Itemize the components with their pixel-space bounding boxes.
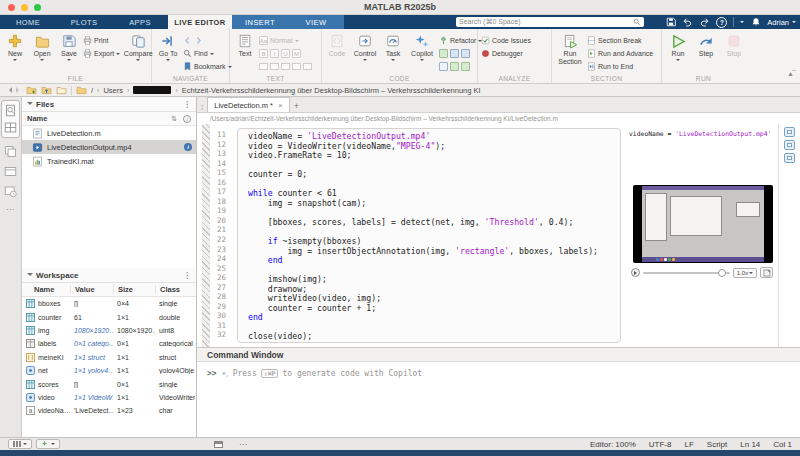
new-tab-icon[interactable]: + [294, 101, 299, 112]
monospace-button[interactable]: M [292, 49, 301, 58]
layout-grid-icon[interactable] [4, 121, 17, 134]
file-row[interactable]: TrainedKI.mat [22, 154, 196, 168]
window-dock-icon[interactable] [214, 441, 223, 448]
italic-button[interactable]: I [270, 49, 279, 58]
workspace-row[interactable]: bboxes[]0×4single [22, 297, 196, 310]
breadcrumb-segment[interactable]: / [91, 86, 93, 95]
debugger-button[interactable]: Debugger [481, 47, 531, 60]
save-button[interactable]: Save [57, 32, 81, 63]
editor-panel-toggle-icon[interactable]: ⁞ [201, 103, 203, 112]
numbered-list-button[interactable] [270, 63, 279, 70]
print-button[interactable]: Print [83, 34, 120, 47]
workspace-row[interactable]: counter611×1double [22, 310, 196, 323]
smart-indent-button[interactable] [439, 62, 448, 71]
seek-handle[interactable] [718, 269, 726, 277]
align-left-button[interactable] [281, 63, 290, 70]
new-button[interactable]: New [3, 32, 27, 63]
code-line[interactable]: end [248, 256, 620, 266]
code-issues-button[interactable]: Code Issues [481, 34, 531, 47]
files-menu-icon[interactable]: ⋮ [183, 100, 191, 109]
breadcrumb-segment[interactable]: Echtzeit-Verkehrsschilderkennung über De… [182, 86, 481, 95]
copilot-button[interactable]: Copilot [407, 32, 437, 63]
workspace-row[interactable]: labels0×1 catego…0×1categorical [22, 337, 196, 350]
collapse-workspace-icon[interactable] [27, 273, 33, 279]
text-button[interactable]: Text [233, 32, 257, 57]
bullet-list-button[interactable] [259, 63, 268, 70]
file-search-icon[interactable] [4, 104, 17, 117]
export-button[interactable]: Export [83, 47, 120, 60]
file-info-icon[interactable]: i [184, 143, 192, 151]
code-button[interactable]: Code [325, 32, 349, 57]
refactor-button[interactable]: Refactor [439, 34, 482, 47]
video-seek-slider[interactable] [643, 272, 730, 274]
history-icon[interactable] [4, 185, 17, 198]
new-folder-icon[interactable] [26, 85, 37, 96]
folder-up-icon[interactable] [41, 85, 52, 96]
workspace-row[interactable]: net1×1 yolov4…1×1yolov4Obje… [22, 364, 196, 377]
code-line[interactable]: counter = counter + 1; [248, 304, 620, 314]
tab-view[interactable]: VIEW [288, 15, 344, 29]
editor-tab[interactable]: LiveDetection.m * × [207, 97, 289, 112]
comment-button[interactable] [439, 49, 448, 58]
code-block[interactable]: videoName = 'LiveDetectionOutput.mp4'vid… [237, 128, 621, 343]
run-section-button[interactable]: Run Section [555, 32, 585, 65]
navigate-back-icon[interactable] [183, 36, 192, 45]
panel-icon[interactable] [4, 165, 17, 178]
info-column-icon[interactable]: i [183, 115, 191, 123]
workspace-row[interactable]: avideoNa…'LiveDetect…1×23char [22, 404, 196, 417]
workspace-row[interactable]: video1×1 VideoW…1×1VideoWriter [22, 391, 196, 404]
wrap-button[interactable] [461, 49, 470, 58]
minimize-toolstrip-icon[interactable]: ▲̅ [787, 70, 794, 77]
collapse-ribbon-icon[interactable] [740, 21, 744, 25]
navigate-forward-icon[interactable] [194, 36, 203, 45]
tab-insert[interactable]: INSERT [232, 15, 288, 29]
uncomment-button[interactable] [450, 62, 459, 71]
back-icon[interactable] [6, 87, 12, 93]
collapse-files-icon[interactable] [27, 102, 33, 108]
save-layout-icon[interactable] [665, 17, 676, 28]
tab-home[interactable]: HOME [0, 15, 56, 29]
goto-button[interactable]: Go To [155, 32, 181, 63]
compare-panels-icon[interactable] [4, 145, 17, 158]
compare-button[interactable]: Compare [122, 32, 154, 63]
bold-button[interactable]: B [259, 49, 268, 58]
close-tab-icon[interactable]: × [278, 101, 283, 110]
format-button[interactable] [461, 62, 470, 71]
more-tools-icon[interactable]: ⋯ [6, 205, 15, 214]
breadcrumb-redacted[interactable] [133, 86, 171, 94]
code-line[interactable]: img = snapshot(cam); [248, 199, 620, 209]
stop-button[interactable]: Stop [721, 32, 747, 57]
folder-browse-icon[interactable] [56, 85, 67, 96]
align-center-button[interactable] [292, 63, 301, 70]
workspace-row[interactable]: scores[]0×1single [22, 377, 196, 390]
copilot-quick-button[interactable] [36, 439, 60, 449]
workspace-row[interactable]: img1080×1920…1080×1920…uint8 [22, 324, 196, 337]
run-button[interactable]: Run [665, 32, 691, 63]
search-input[interactable]: Search (⌘0 Space) [456, 17, 644, 27]
code-line[interactable]: video.FrameRate = 10; [248, 151, 620, 161]
workspace-row[interactable]: meineKI1×1 struct1×1struct [22, 351, 196, 364]
file-row[interactable]: LiveDetection.m [22, 126, 196, 140]
help-icon[interactable]: ? [716, 17, 727, 28]
code-line[interactable]: img = insertObjectAnnotation(img, 'recta… [248, 247, 620, 257]
tab-live-editor[interactable]: LIVE EDITOR [168, 15, 232, 29]
underline-button[interactable]: U [281, 49, 290, 58]
status-more-icon[interactable]: ⋯ [239, 440, 247, 449]
output-inline-view-icon[interactable] [784, 127, 795, 137]
layout-quick-button[interactable] [8, 439, 32, 449]
bookmark-button[interactable]: Bookmark [183, 60, 232, 73]
font-aa-button[interactable]: Aa [259, 36, 268, 45]
forward-icon[interactable] [16, 87, 22, 93]
run-to-end-button[interactable]: Run to End [587, 60, 653, 73]
output-right-view-icon[interactable] [784, 140, 795, 150]
step-button[interactable]: Step [693, 32, 719, 57]
text-style-select[interactable]: Normal [270, 37, 293, 44]
notifications-bell-icon[interactable] [750, 17, 761, 28]
code-line[interactable]: end [248, 313, 620, 323]
section-break-button[interactable]: Section Break [587, 34, 653, 47]
code-line[interactable]: close(video); [248, 332, 620, 342]
video-player[interactable] [633, 185, 773, 263]
run-and-advance-button[interactable]: Run and Advance [587, 47, 653, 60]
play-icon[interactable] [631, 268, 640, 277]
playback-speed-select[interactable]: 1.0x [733, 268, 757, 278]
